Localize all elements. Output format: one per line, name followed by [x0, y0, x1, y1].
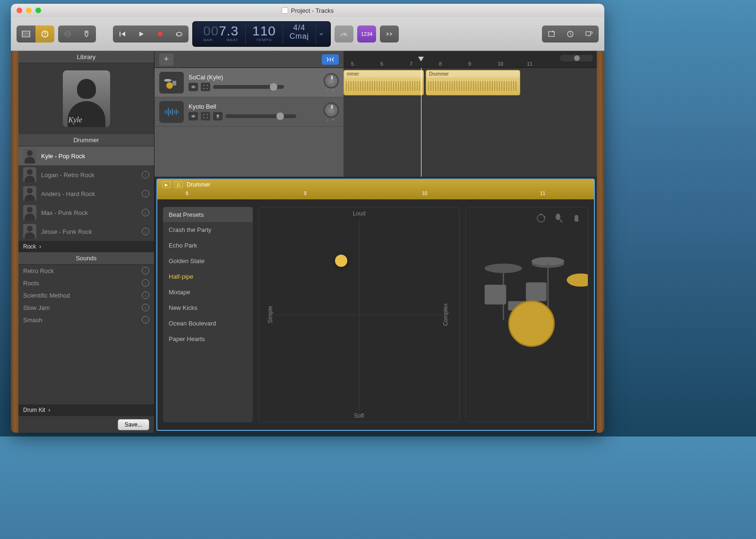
library-button[interactable] [17, 26, 35, 43]
track-filter-button[interactable] [322, 54, 339, 65]
solo-button[interactable] [201, 83, 210, 91]
timeline-ruler[interactable]: 567891011 [344, 51, 597, 68]
drummer-item[interactable]: Jesse - Funk Rock↓ [18, 222, 154, 241]
drummer-item[interactable]: Logan - Retro Rock↓ [18, 165, 154, 184]
mute-button[interactable] [189, 112, 198, 120]
svg-rect-17 [172, 81, 176, 86]
download-icon[interactable]: ↓ [142, 190, 149, 197]
lcd-mode-button[interactable] [316, 24, 326, 44]
track-headers: SoCal (Kyle)L RKyoto BellL R [155, 68, 344, 177]
audio-region[interactable]: mmer [344, 70, 424, 95]
ruler-mark: 6 [380, 61, 383, 67]
sound-item[interactable]: Smash↓ [18, 314, 154, 326]
record-button[interactable] [151, 26, 170, 43]
genre-breadcrumb[interactable]: Rock › [18, 241, 154, 252]
zoom-window-button[interactable] [35, 8, 41, 13]
preset-item[interactable]: Mixtape [163, 284, 253, 300]
download-icon[interactable]: ↓ [142, 209, 149, 216]
xy-puck[interactable] [335, 255, 347, 267]
sound-item[interactable]: Retro Rock↓ [18, 265, 154, 277]
audio-region[interactable]: Drummer [426, 70, 520, 95]
download-icon[interactable]: ↓ [142, 171, 149, 179]
sound-label: Smash [23, 317, 42, 324]
zoom-slider[interactable] [560, 55, 593, 61]
download-icon[interactable]: ↓ [142, 304, 149, 311]
editor-region-icon[interactable]: ◱ [174, 181, 183, 188]
solo-button[interactable] [201, 112, 210, 120]
download-icon[interactable]: ↓ [142, 228, 149, 235]
sound-item[interactable]: Slow Jam↓ [18, 301, 154, 314]
add-track-button[interactable]: + [159, 53, 173, 66]
editor-play-icon[interactable]: ▶ [162, 181, 171, 188]
drummer-item[interactable]: Max - Punk Rock↓ [18, 203, 154, 222]
preset-item[interactable]: Ocean Boulevard [163, 316, 253, 331]
pan-knob[interactable] [324, 73, 339, 88]
download-icon[interactable]: ↓ [142, 267, 149, 274]
drummer-label: Max - Punk Rock [41, 209, 88, 216]
track-icon[interactable] [159, 101, 184, 123]
play-button[interactable] [132, 26, 151, 43]
timeline[interactable]: mmerDrummer [344, 68, 597, 177]
lcd-key-sig[interactable]: 4/4 Cmaj [283, 24, 316, 44]
rewind-button[interactable] [113, 26, 132, 43]
playhead[interactable] [421, 68, 421, 177]
smart-controls-button[interactable] [58, 26, 77, 43]
preset-item[interactable]: Echo Park [163, 238, 253, 253]
preset-item[interactable]: Golden State [163, 253, 253, 269]
loop-browser-button[interactable] [561, 26, 580, 43]
svg-point-5 [66, 33, 69, 35]
cycle-button[interactable] [170, 26, 189, 43]
lcd-position[interactable]: 007.3 BAR BEAT [197, 24, 246, 44]
preset-item[interactable]: New Kicks [163, 300, 253, 316]
kit-breadcrumb[interactable]: Drum Kit › [18, 404, 154, 416]
app-window: Project - Tracks ? [11, 4, 604, 433]
editor-ruler-mark: 9 [304, 191, 307, 196]
svg-text:?: ? [43, 32, 46, 37]
lcd-tempo[interactable]: 110 TEMPO [246, 24, 283, 44]
track-icon[interactable] [159, 72, 184, 94]
download-icon[interactable]: ↓ [142, 316, 149, 324]
input-button[interactable] [213, 112, 223, 120]
sound-item[interactable]: Scientific Method↓ [18, 289, 154, 301]
library-panel: Library Kyle Drummer Kyle - Pop RockLoga… [18, 51, 155, 433]
svg-rect-0 [22, 31, 30, 37]
svg-text:♫: ♫ [588, 34, 590, 37]
sound-label: Retro Rock [23, 267, 54, 274]
editor-ruler[interactable]: 891011 [157, 190, 594, 199]
mute-button[interactable] [189, 83, 198, 91]
tuner-button[interactable] [335, 26, 353, 43]
quick-help-button[interactable]: ? [35, 26, 54, 43]
beat-presets-panel: Beat Presets Crash the PartyEcho ParkGol… [163, 207, 253, 422]
ruler-mark: 10 [498, 61, 503, 67]
download-icon[interactable]: ↓ [142, 279, 149, 287]
track-header[interactable]: SoCal (Kyle)L R [155, 68, 344, 97]
xy-pad[interactable]: Loud Soft Simple Complex [258, 207, 460, 422]
drummer-item[interactable]: Kyle - Pop Rock [18, 146, 154, 165]
download-icon[interactable]: ↓ [142, 291, 149, 299]
presets-header[interactable]: Beat Presets [163, 207, 253, 222]
lcd-beat-label: BEAT [227, 38, 238, 42]
preset-item[interactable]: Paper Hearts [163, 331, 253, 347]
drummer-label: Kyle - Pop Rock [41, 153, 85, 160]
lcd-display: 007.3 BAR BEAT 110 TEMPO 4/4 Cmaj [192, 21, 331, 47]
more-toolbar-button[interactable] [380, 26, 399, 43]
volume-slider[interactable] [213, 85, 284, 89]
ruler-mark: 5 [351, 61, 354, 67]
notepad-button[interactable] [542, 26, 561, 43]
preset-item[interactable]: Crash the Party [163, 222, 253, 238]
count-in-button[interactable]: 1234 [357, 26, 376, 43]
ruler-mark: 9 [468, 61, 471, 67]
preset-item[interactable]: Half-pipe [163, 269, 253, 284]
track-header[interactable]: Kyoto BellL R [155, 97, 344, 127]
volume-slider[interactable] [225, 114, 296, 118]
pan-knob[interactable] [324, 103, 339, 118]
editors-button[interactable] [77, 26, 96, 43]
sound-item[interactable]: Roots↓ [18, 277, 154, 289]
drum-kit-panel[interactable] [465, 207, 588, 422]
window-title: Project - Tracks [282, 7, 334, 14]
close-window-button[interactable] [17, 8, 22, 13]
save-button[interactable]: Save... [118, 419, 149, 430]
media-browser-button[interactable]: ♫ [580, 26, 599, 43]
minimize-window-button[interactable] [26, 8, 32, 13]
drummer-item[interactable]: Anders - Hard Rock↓ [18, 184, 154, 203]
